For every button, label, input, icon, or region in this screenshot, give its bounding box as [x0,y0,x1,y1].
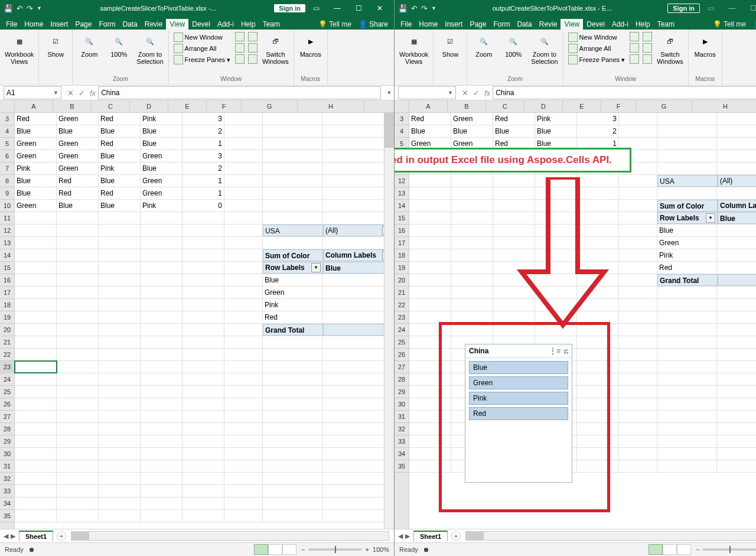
cell[interactable] [322,150,393,162]
arrange-all-button[interactable]: Arrange All [172,43,232,54]
col-header[interactable]: H [298,100,364,112]
cell[interactable] [15,212,57,224]
cell[interactable] [141,435,183,447]
cell[interactable] [717,386,756,398]
col-header[interactable]: D [130,100,168,112]
cell[interactable] [409,187,451,199]
cell[interactable] [15,225,57,236]
cell[interactable] [183,349,224,360]
row-header[interactable]: 3 [0,113,14,125]
cell[interactable] [263,113,322,125]
cell[interactable]: Pink [657,249,717,261]
macros-button[interactable]: ▶Macros [298,32,324,59]
cell[interactable] [409,175,451,187]
cell[interactable]: Green [57,162,99,174]
cell[interactable] [409,311,451,323]
cell[interactable] [717,287,756,298]
save-icon[interactable]: 💾 [4,4,13,13]
cell[interactable]: Red [263,311,322,323]
cell[interactable] [99,460,141,472]
cell[interactable] [657,423,717,435]
cell[interactable] [15,448,57,460]
row-header[interactable]: 22 [0,349,14,361]
cell[interactable] [224,138,263,149]
cell[interactable] [322,162,393,174]
cell[interactable]: Green [657,237,717,249]
cell[interactable] [263,510,322,522]
split-icon[interactable] [630,32,639,41]
cell[interactable] [717,237,756,249]
cell[interactable] [322,510,393,522]
cell[interactable] [224,150,263,162]
cell[interactable] [322,411,393,422]
row-header[interactable]: 4 [0,125,14,138]
cell[interactable] [657,113,717,125]
cell[interactable] [57,448,99,460]
cell[interactable] [99,448,141,460]
cell[interactable] [183,249,224,261]
vertical-scrollbar[interactable] [384,112,394,529]
row-header[interactable]: 35 [395,460,409,473]
cell[interactable] [717,162,756,174]
cell[interactable]: Blue [323,262,394,274]
save-icon[interactable]: 💾 [398,4,408,13]
cell[interactable] [99,287,141,298]
row-header[interactable]: 35 [0,510,14,522]
spreadsheet-grid[interactable]: 3456789101112131415161718192021222324252… [0,100,394,529]
cell[interactable] [409,200,451,212]
cell[interactable] [263,361,322,373]
cell[interactable] [263,423,322,435]
cell[interactable] [99,510,141,522]
cell[interactable] [657,336,717,348]
cell[interactable] [619,212,657,224]
cell[interactable] [183,411,224,422]
cell[interactable] [141,336,183,348]
viewside-icon[interactable] [643,32,652,41]
cell[interactable] [717,249,756,261]
cell[interactable] [183,262,224,274]
cell[interactable] [224,200,263,212]
cell[interactable] [99,225,141,236]
cell[interactable] [99,212,141,224]
cell[interactable] [15,287,57,298]
cell[interactable] [57,336,99,348]
cell[interactable] [183,498,224,509]
cell[interactable] [717,460,756,472]
cell[interactable] [99,299,141,311]
cell[interactable]: Row Labels▾ [263,262,323,274]
cell[interactable]: 2 [183,162,224,174]
row-header[interactable]: 34 [0,498,14,510]
cell[interactable]: Column Labels▾ [718,200,756,212]
cell[interactable] [141,498,183,509]
cell[interactable] [141,485,183,497]
cell[interactable]: Green [15,138,57,149]
cell[interactable] [183,324,224,336]
show-button[interactable]: ☑Show [437,32,463,59]
cell[interactable] [57,386,99,398]
cell[interactable]: Red [99,187,141,199]
signin-button[interactable]: Sign in [274,4,305,12]
cell[interactable] [717,187,756,199]
cell[interactable] [57,373,99,385]
cell[interactable] [224,311,263,323]
cell[interactable] [619,373,657,385]
zoom-slider[interactable] [703,548,756,551]
row-header[interactable]: 21 [395,287,409,299]
cell[interactable]: Red [15,113,57,125]
cell[interactable] [141,311,183,323]
cell[interactable] [183,435,224,447]
cell[interactable] [224,373,263,385]
cell[interactable]: Green [15,150,57,162]
cell[interactable] [141,262,183,274]
cell[interactable]: 2 [717,225,756,236]
ribbon-opts-icon[interactable]: ▭ [700,4,721,12]
slicer-item[interactable]: Red [469,407,568,420]
cell[interactable] [619,187,657,199]
tab-team[interactable]: Team [259,19,284,30]
horizontal-scrollbar[interactable] [465,531,756,541]
cell[interactable] [657,324,717,336]
cell[interactable] [657,435,717,447]
cell[interactable]: Blue [99,200,141,212]
col-header[interactable]: A [15,100,53,112]
cell[interactable] [57,361,99,373]
